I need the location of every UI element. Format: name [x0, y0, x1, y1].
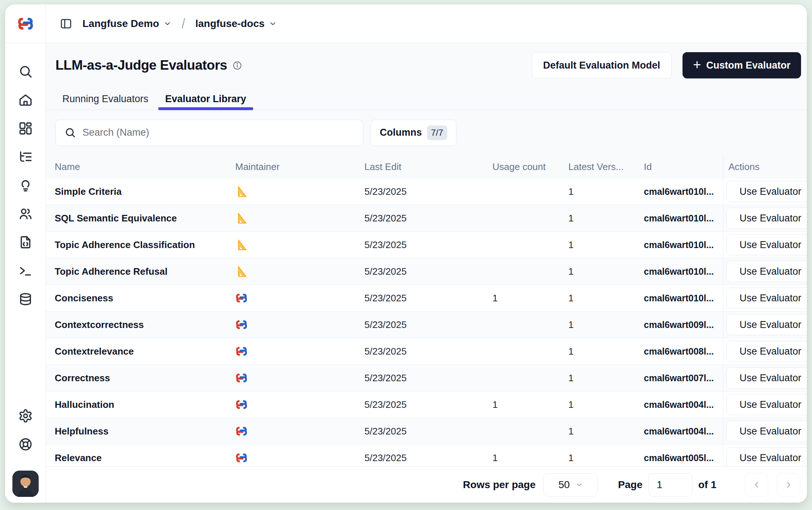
evaluator-name: Correctness — [55, 372, 110, 383]
last-edit-date: 5/23/2025 — [364, 213, 492, 224]
table-row[interactable]: Correctness 5/23/2025 1 cmal6wart007l...… — [46, 365, 807, 391]
panel-left-icon — [60, 18, 72, 30]
evaluator-id: cmal6wart004l... — [639, 426, 723, 437]
org-name: Langfuse Demo — [82, 18, 159, 30]
column-header-id: Id — [639, 161, 723, 173]
use-evaluator-button[interactable]: Use Evaluator — [726, 287, 807, 309]
last-edit-date: 5/23/2025 — [364, 293, 492, 304]
langfuse-logo-icon — [17, 15, 34, 32]
sidebar-item-users[interactable] — [15, 204, 36, 224]
prompts-file-icon — [18, 235, 33, 250]
evaluators-table: Name Maintainer Last Edit Usage count La… — [46, 155, 807, 466]
evaluator-id: cmal6wart008l... — [639, 346, 723, 357]
table-row[interactable]: Simple Criteria 5/23/2025 1 cmal6wart010… — [46, 178, 807, 205]
table-row[interactable]: Conciseness 5/23/2025 1 1 cmal6wart010l.… — [46, 285, 807, 312]
table-row[interactable]: SQL Semantic Equivalence 5/23/2025 1 cma… — [46, 205, 807, 232]
search-input[interactable] — [82, 127, 354, 138]
table-row[interactable]: Contextcorrectness 5/23/2025 1 cmal6wart… — [46, 312, 807, 338]
latest-version-value: 1 — [568, 293, 639, 304]
use-evaluator-button[interactable]: Use Evaluator — [726, 261, 807, 282]
evaluator-id: cmal6wart009l... — [639, 320, 723, 330]
previous-page-button[interactable] — [745, 473, 768, 497]
sidebar-bottom — [12, 406, 39, 503]
table-body: Simple Criteria 5/23/2025 1 cmal6wart010… — [46, 178, 807, 466]
table-row[interactable]: Topic Adherence Refusal 5/23/2025 1 cmal… — [46, 258, 807, 285]
table-row[interactable]: Contextrelevance 5/23/2025 1 cmal6wart00… — [46, 338, 807, 365]
table-row[interactable]: Topic Adherence Classification 5/23/2025… — [46, 232, 807, 258]
usage-count-value: 1 — [492, 452, 568, 464]
use-evaluator-button[interactable]: Use Evaluator — [726, 447, 807, 466]
last-edit-date: 5/23/2025 — [364, 372, 492, 384]
tab-running-evaluators[interactable]: Running Evaluators — [55, 88, 155, 110]
langfuse-maintainer-icon — [235, 318, 364, 331]
main-content: LLM-as-a-Judge Evaluators Default Evalua… — [46, 43, 807, 503]
pagination-bar: Rows per page 50 Page of 1 — [46, 466, 807, 503]
last-edit-date: 5/23/2025 — [364, 452, 492, 464]
chevron-right-icon — [784, 480, 793, 490]
table-header-row: Name Maintainer Last Edit Usage count La… — [46, 155, 807, 178]
last-edit-date: 5/23/2025 — [364, 399, 492, 410]
breadcrumb: Langfuse Demo / langfuse-docs — [46, 4, 807, 43]
table-row[interactable]: Hallucination 5/23/2025 1 1 cmal6wart004… — [46, 391, 807, 418]
chevron-left-icon — [752, 480, 761, 490]
project-switcher[interactable]: langfuse-docs — [192, 15, 281, 32]
tab-evaluator-library[interactable]: Evaluator Library — [158, 88, 253, 110]
org-switcher[interactable]: Langfuse Demo — [79, 15, 175, 32]
evaluator-name: Hallucination — [55, 399, 114, 410]
use-evaluator-button[interactable]: Use Evaluator — [726, 314, 807, 335]
lightbulb-icon — [18, 178, 33, 193]
sidebar-item-evaluation[interactable] — [15, 175, 36, 196]
usage-count-value: 1 — [492, 293, 568, 304]
use-evaluator-button[interactable]: Use Evaluator — [726, 234, 807, 255]
use-evaluator-button[interactable]: Use Evaluator — [726, 208, 807, 229]
use-evaluator-button[interactable]: Use Evaluator — [726, 341, 807, 362]
table-row[interactable]: Relevance 5/23/2025 1 1 cmal6wart005l...… — [46, 445, 807, 466]
sidebar-item-datasets[interactable] — [15, 289, 36, 309]
evaluator-id: cmal6wart010l... — [639, 213, 723, 224]
rows-per-page-select[interactable]: 50 — [544, 473, 598, 497]
langfuse-maintainer-icon — [235, 292, 364, 304]
evaluator-name: Relevance — [55, 452, 102, 463]
dashboards-icon — [18, 121, 33, 136]
sidebar-item-home[interactable] — [15, 90, 36, 110]
use-evaluator-button[interactable]: Use Evaluator — [726, 421, 807, 442]
page-number-input[interactable] — [648, 473, 692, 497]
evaluator-id: cmal6wart007l... — [639, 373, 723, 383]
evaluator-name: Contextcorrectness — [55, 319, 144, 330]
sidebar-item-dashboards[interactable] — [15, 118, 36, 139]
info-icon[interactable] — [232, 61, 242, 70]
tracing-tree-icon — [18, 150, 33, 164]
sidebar-toggle-button[interactable] — [57, 15, 75, 33]
sidebar-item-settings[interactable] — [15, 406, 36, 426]
sidebar-item-search[interactable] — [15, 61, 36, 82]
next-page-button[interactable] — [777, 473, 800, 497]
sidebar-item-tracing[interactable] — [15, 147, 36, 167]
columns-count-badge: 7/7 — [427, 125, 447, 140]
chevron-down-icon — [269, 20, 277, 28]
use-evaluator-button[interactable]: Use Evaluator — [726, 181, 807, 202]
latest-version-value: 1 — [568, 346, 639, 357]
langfuse-maintainer-icon — [235, 425, 364, 437]
evaluator-id: cmal6wart004l... — [639, 399, 723, 410]
chevron-down-icon — [163, 20, 171, 28]
table-row[interactable]: Helpfulness 5/23/2025 1 cmal6wart004l...… — [46, 418, 807, 445]
sidebar-item-support[interactable] — [15, 434, 36, 455]
terminal-icon — [18, 263, 33, 278]
sidebar-item-prompts[interactable] — [15, 232, 36, 252]
column-header-last-edit: Last Edit — [364, 161, 492, 173]
evaluator-name: Topic Adherence Refusal — [55, 266, 167, 277]
evaluator-name: Topic Adherence Classification — [55, 239, 195, 250]
evaluator-id: cmal6wart010l... — [639, 293, 723, 304]
default-evaluation-model-button[interactable]: Default Evaluation Model — [532, 52, 672, 78]
custom-evaluator-button[interactable]: + Custom Evaluator — [683, 52, 801, 78]
sidebar-item-playground[interactable] — [15, 260, 36, 281]
evaluator-id: cmal6wart010l... — [639, 186, 723, 197]
last-edit-date: 5/23/2025 — [364, 319, 492, 331]
table-toolbar: Columns 7/7 — [46, 110, 807, 155]
column-header-maintainer: Maintainer — [235, 161, 364, 173]
use-evaluator-button[interactable]: Use Evaluator — [726, 367, 807, 389]
langfuse-maintainer-icon — [235, 372, 364, 384]
user-avatar[interactable] — [12, 471, 39, 497]
columns-button[interactable]: Columns 7/7 — [371, 120, 456, 146]
use-evaluator-button[interactable]: Use Evaluator — [726, 394, 807, 415]
